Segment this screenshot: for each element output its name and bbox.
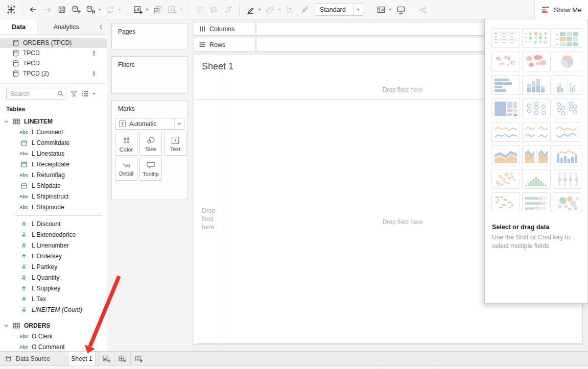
date-field-icon <box>21 183 27 189</box>
field-item[interactable]: #L Tax <box>0 293 107 304</box>
showme-scatter-plot-thumbnail[interactable] <box>491 169 520 189</box>
field-item[interactable]: AbcL Shipmode <box>0 202 107 212</box>
tab-data[interactable]: Data <box>0 19 38 34</box>
field-item[interactable]: #L Suppkey <box>0 283 107 293</box>
showme-side-by-side-circles-thumbnail[interactable] <box>553 99 581 118</box>
view-mode-dropdown[interactable] <box>353 4 363 15</box>
tableau-logo-icon[interactable] <box>4 3 18 17</box>
field-name: L Suppkey <box>32 285 60 292</box>
showme-stacked-bars-thumbnail[interactable] <box>522 75 551 95</box>
date-field-icon <box>21 161 27 167</box>
showme-box-and-whisker-thumbnail[interactable] <box>553 169 581 189</box>
show-me-panel: Select or drag data Use the Shift or Cmd… <box>484 19 588 304</box>
filter-fields-icon[interactable] <box>70 90 78 97</box>
view-as-caret[interactable] <box>92 93 96 95</box>
mark-type-caret[interactable] <box>174 118 184 129</box>
showme-lines-discrete-thumbnail[interactable] <box>522 122 551 142</box>
toolbar-divider <box>189 3 189 16</box>
new-dashboard-button[interactable] <box>114 352 131 365</box>
chevron-down-icon[interactable] <box>4 324 9 327</box>
showme-side-by-side-bars-thumbnail[interactable] <box>553 75 581 95</box>
field-item[interactable]: AbcL Comment <box>0 127 107 137</box>
field-item[interactable]: AbcO Clerk <box>0 331 107 341</box>
show-me-button[interactable]: Show Me <box>534 0 588 19</box>
undo-icon[interactable] <box>26 3 40 17</box>
tab-sheet-1[interactable]: Sheet 1 <box>68 352 96 365</box>
highlight-icon[interactable] <box>243 3 257 17</box>
field-item[interactable]: #L Quantity <box>0 272 107 283</box>
showme-pie-chart-thumbnail[interactable] <box>553 52 581 71</box>
showme-horizontal-bars-thumbnail[interactable] <box>491 75 520 95</box>
drop-field-hint-rows[interactable]: Drop field here <box>202 207 222 231</box>
new-worksheet-button[interactable] <box>98 352 114 365</box>
field-item[interactable]: AbcL Linestatus <box>0 148 107 159</box>
table-group-header[interactable]: ORDERS <box>0 320 107 331</box>
new-worksheet-caret[interactable] <box>146 9 149 11</box>
showme-filled-map-thumbnail[interactable] <box>522 52 551 71</box>
new-story-icon <box>134 355 143 363</box>
pages-shelf[interactable]: Pages <box>111 23 188 50</box>
field-item[interactable]: #LINEITEM (Count) <box>0 304 107 315</box>
save-icon[interactable] <box>55 3 69 17</box>
showme-area-continuous-thumbnail[interactable] <box>491 145 520 165</box>
showme-heat-map-thumbnail[interactable] <box>522 28 551 48</box>
field-item[interactable]: L Commitdate <box>0 137 107 148</box>
showme-packed-bubbles-thumbnail[interactable] <box>553 192 581 212</box>
datasource-item[interactable]: TPCD <box>0 58 107 68</box>
view-as-list-icon[interactable] <box>81 90 89 97</box>
tab-data-source-label: Data Source <box>16 355 50 362</box>
new-story-button[interactable] <box>131 352 147 365</box>
showme-bullet-graph-thumbnail[interactable] <box>522 192 551 212</box>
showme-dual-combination-thumbnail[interactable] <box>553 145 581 165</box>
text-mark-button[interactable]: TText <box>164 133 186 156</box>
field-item[interactable]: AbcL Shipinstruct <box>0 191 107 202</box>
field-item[interactable]: L Receiptdate <box>0 159 107 169</box>
showme-highlight-table-thumbnail[interactable] <box>553 28 581 48</box>
field-item[interactable]: AbcO Comment <box>0 341 107 351</box>
showme-text-table-thumbnail[interactable] <box>491 28 520 48</box>
tooltip-mark-button[interactable]: Tooltip <box>139 158 162 181</box>
field-item[interactable]: #L Partkey <box>0 261 107 272</box>
color-mark-button[interactable]: Color <box>115 133 137 156</box>
mark-type-icon: T <box>119 120 126 127</box>
show-hide-cards-icon[interactable] <box>374 3 388 17</box>
pause-auto-updates-icon[interactable] <box>83 3 98 17</box>
field-item[interactable]: L Shipdate <box>0 180 107 191</box>
mark-type-dropdown[interactable]: T Automatic <box>115 118 184 130</box>
marks-card: Marks T Automatic ColorSizeTTextDetailTo… <box>111 100 188 200</box>
field-item[interactable]: AbcL Returnflag <box>0 169 107 180</box>
field-item[interactable]: #L Extendedprice <box>0 229 107 240</box>
tab-data-source[interactable]: Data Source <box>0 352 61 365</box>
show-hide-cards-caret[interactable] <box>389 9 392 11</box>
showme-area-discrete-thumbnail[interactable] <box>522 145 551 165</box>
new-worksheet-icon[interactable] <box>131 3 145 17</box>
datasource-item[interactable]: ORDERS (TPCD) <box>0 38 107 48</box>
datasource-item[interactable]: TPCD! <box>0 48 107 58</box>
size-mark-button[interactable]: Size <box>139 133 162 156</box>
chevron-down-icon[interactable] <box>4 120 9 123</box>
color-icon <box>122 136 131 145</box>
showme-lines-continuous-thumbnail[interactable] <box>491 122 520 142</box>
table-group-header[interactable]: LINEITEM <box>0 116 107 127</box>
highlight-caret[interactable] <box>258 9 261 11</box>
pause-dropdown-caret[interactable] <box>98 9 101 11</box>
tab-analytics[interactable]: Analytics <box>38 19 95 34</box>
showme-histogram-thumbnail[interactable] <box>522 169 551 189</box>
detail-mark-button[interactable]: Detail <box>115 158 137 181</box>
datasource-item[interactable]: TPCD (2)! <box>0 68 107 79</box>
view-mode-select[interactable]: Standard <box>315 4 363 16</box>
mark-button-label: Size <box>145 146 156 152</box>
presentation-mode-icon[interactable] <box>394 3 408 17</box>
showme-treemap-thumbnail[interactable] <box>491 99 520 118</box>
size-icon <box>146 136 155 144</box>
showme-symbol-map-thumbnail[interactable] <box>491 52 520 71</box>
field-item[interactable]: #L Orderkey <box>0 251 107 261</box>
showme-dual-lines-thumbnail[interactable] <box>553 122 581 142</box>
showme-circle-views-thumbnail[interactable] <box>522 99 551 118</box>
showme-gantt-thumbnail[interactable] <box>491 192 520 212</box>
collapse-pane-button[interactable] <box>95 19 107 34</box>
new-data-source-icon[interactable] <box>69 3 83 17</box>
field-item[interactable]: #L Linenumber <box>0 240 107 251</box>
filters-shelf[interactable]: Filters <box>111 56 188 94</box>
field-item[interactable]: #L Discount <box>0 218 107 229</box>
